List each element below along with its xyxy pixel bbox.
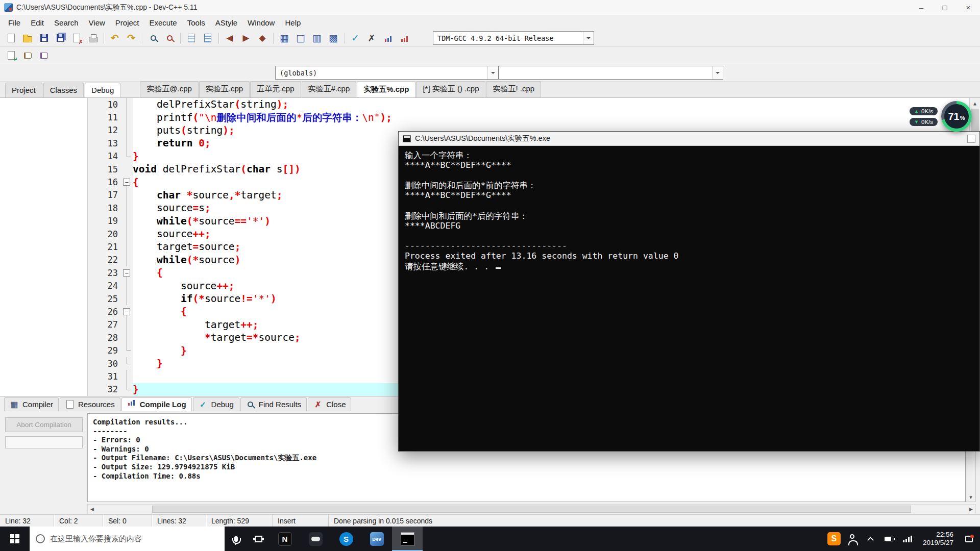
menu-item-edit[interactable]: Edit: [26, 16, 49, 29]
toggle-bookmarks-button[interactable]: [20, 48, 35, 63]
taskbar-app-devcpp[interactable]: Dev: [361, 527, 392, 551]
compile-button[interactable]: ▦: [277, 31, 292, 45]
left-tab-project[interactable]: Project: [5, 83, 42, 97]
taskbar-app-n[interactable]: N: [270, 527, 300, 551]
open-button[interactable]: [20, 31, 35, 45]
menu-item-view[interactable]: View: [84, 16, 110, 29]
bottom-tab-resources[interactable]: Resources: [60, 397, 120, 411]
bottom-tab-compile-log[interactable]: Compile Log: [121, 397, 192, 411]
fold-collapse-icon[interactable]: −: [123, 269, 130, 277]
swap-header-source-button[interactable]: [200, 31, 215, 45]
battery-button[interactable]: [880, 527, 898, 551]
taskbar-app-console[interactable]: [392, 527, 423, 551]
fold-column: [121, 137, 133, 149]
bottom-tab-label: Debug: [211, 400, 234, 409]
globals-select[interactable]: (globals): [275, 66, 499, 80]
left-tab-classes[interactable]: Classes: [43, 83, 84, 97]
menu-item-search[interactable]: Search: [49, 16, 84, 29]
menu-item-file[interactable]: File: [3, 16, 26, 29]
taskbar-search[interactable]: 在这里输入你要搜索的内容: [30, 527, 225, 551]
menu-item-tools[interactable]: Tools: [182, 16, 210, 29]
close-file-button[interactable]: ✗: [69, 31, 84, 45]
new-file-button[interactable]: [4, 31, 19, 45]
console-body[interactable]: 输入一个字符串：****A**BC**DEF**G****删除中间的和后面的*前…: [399, 146, 979, 276]
editor-tab-4[interactable]: 实验五%.cpp: [357, 81, 415, 97]
syntax-check-button[interactable]: ✓: [348, 31, 363, 45]
fold-column: [121, 357, 133, 370]
bottom-tab-compiler[interactable]: ▦Compiler: [4, 397, 59, 411]
taskbar-app-game[interactable]: [300, 527, 331, 551]
scroll-down-icon[interactable]: ▼: [969, 495, 973, 500]
scroll-right-icon[interactable]: ▶: [969, 507, 973, 512]
line-number: 16: [88, 176, 121, 188]
console-line: 删除中间和后面的*后的字符串：: [405, 211, 973, 221]
code-text[interactable]: delPrefixStar(string);: [133, 98, 980, 111]
insert-button[interactable]: ↵: [4, 48, 19, 63]
undo-button[interactable]: ↶: [107, 31, 122, 45]
editor-tab-3[interactable]: 实验五#.cpp: [302, 81, 357, 97]
console-title-bar[interactable]: C:\Users\ASUS\Documents\实验五%.exe: [399, 132, 979, 146]
sogou-tray-button[interactable]: S: [825, 527, 843, 551]
fold-collapse-icon[interactable]: −: [123, 308, 130, 315]
network-button[interactable]: [898, 527, 917, 551]
code-text[interactable]: printf("\n删除中间和后面的*后的字符串：\n");: [133, 111, 980, 123]
menu-item-execute[interactable]: Execute: [144, 16, 182, 29]
profile-analysis-button[interactable]: [380, 31, 396, 45]
redo-button[interactable]: ↷: [124, 31, 139, 45]
menu-item-astyle[interactable]: AStyle: [210, 16, 242, 29]
replace-button[interactable]: [162, 31, 177, 45]
rebuild-all-button[interactable]: ▩: [326, 31, 341, 45]
bottom-tab-find-results[interactable]: Find Results: [240, 397, 307, 411]
compiler-select[interactable]: TDM-GCC 4.9.2 64-bit Release: [433, 31, 594, 45]
bottom-tab-close[interactable]: ✗Close: [308, 397, 351, 411]
start-button[interactable]: [0, 527, 30, 551]
goto-line-button[interactable]: ◆: [255, 31, 270, 45]
goto-function-button[interactable]: [184, 31, 199, 45]
minimize-button[interactable]: –: [910, 0, 933, 15]
editor-tab-1[interactable]: 实验五.cpp: [199, 81, 250, 97]
maximize-button[interactable]: □: [933, 0, 957, 15]
upload-arrow-icon: ▲: [914, 109, 919, 114]
action-center-button[interactable]: [960, 527, 978, 551]
performance-gauge[interactable]: 71%: [941, 101, 972, 132]
taskbar-clock[interactable]: 22:56 2019/5/27: [917, 531, 960, 547]
editor-tab-2[interactable]: 五单元.cpp: [250, 81, 301, 97]
abort-compilation-button[interactable]: Abort Compilation: [5, 417, 83, 432]
task-view-button[interactable]: [247, 527, 270, 551]
forward-button[interactable]: ▶: [238, 31, 254, 45]
delete-profiling-button[interactable]: [397, 31, 412, 45]
fold-collapse-icon[interactable]: −: [123, 179, 130, 186]
compile-and-run-button[interactable]: ▥: [309, 31, 325, 45]
find-button[interactable]: [145, 31, 161, 45]
close-button[interactable]: ×: [957, 0, 980, 15]
people-button[interactable]: [843, 527, 862, 551]
back-button[interactable]: ◀: [222, 31, 237, 45]
hscroll-thumb[interactable]: [152, 506, 911, 513]
save-button[interactable]: [36, 31, 52, 45]
fold-column: [121, 228, 133, 240]
run-button[interactable]: □: [293, 31, 308, 45]
editor-tab-6[interactable]: 实验五! .cpp: [486, 81, 541, 97]
menu-item-project[interactable]: Project: [110, 16, 144, 29]
menu-item-help[interactable]: Help: [280, 16, 306, 29]
line-number: 27: [88, 318, 121, 331]
editor-tab-5[interactable]: [*] 实验五 () .cpp: [416, 81, 485, 97]
goto-bookmarks-button[interactable]: [36, 48, 52, 63]
console-minimize-button[interactable]: [967, 135, 975, 143]
abort-button[interactable]: ✗: [364, 31, 379, 45]
left-tab-debug[interactable]: Debug: [85, 83, 120, 97]
taskbar-app-skype[interactable]: S: [331, 527, 361, 551]
console-window[interactable]: C:\Users\ASUS\Documents\实验五%.exe 输入一个字符串…: [398, 131, 980, 452]
members-select[interactable]: [499, 66, 723, 80]
hidden-icons-button[interactable]: [862, 527, 880, 551]
scroll-left-icon[interactable]: ◀: [90, 507, 94, 512]
network-speed-overlay[interactable]: ▲0K/s ▼0K/s 71%: [910, 101, 972, 132]
log-hscrollbar[interactable]: ◀▶: [87, 504, 976, 514]
save-all-button[interactable]: [53, 31, 68, 45]
microphone-button[interactable]: [225, 527, 247, 551]
menu-item-window[interactable]: Window: [242, 16, 280, 29]
console-window-icon: [403, 135, 411, 142]
bottom-tab-debug[interactable]: ✓Debug: [193, 397, 239, 411]
editor-tab-0[interactable]: 实验五@.cpp: [140, 81, 199, 97]
print-button[interactable]: [85, 31, 101, 45]
